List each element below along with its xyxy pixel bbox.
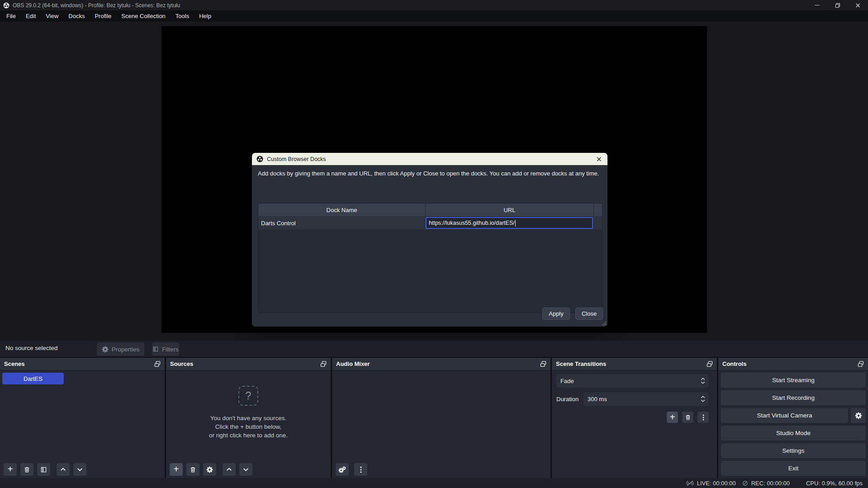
chevron-up-icon	[60, 468, 66, 471]
chevron-up-icon	[226, 468, 232, 471]
docks-table: Dock Name URL Darts Control https://luka…	[258, 203, 602, 313]
move-source-up-button[interactable]	[223, 463, 236, 476]
advanced-audio-button[interactable]	[336, 463, 349, 476]
sources-panel-header[interactable]: Sources	[166, 358, 331, 370]
dialog-instructions: Add docks by giving them a name and URL,…	[258, 169, 602, 178]
remove-scene-button[interactable]	[20, 463, 33, 476]
chevron-down-icon	[701, 381, 705, 384]
column-header-url[interactable]: URL	[426, 204, 593, 216]
scene-item-dartes[interactable]: DartES	[2, 373, 64, 384]
audio-mixer-panel-header[interactable]: Audio Mixer	[332, 358, 550, 370]
dialog-titlebar[interactable]: Custom Browser Docks ×	[252, 153, 607, 165]
duration-spinner[interactable]	[699, 396, 707, 402]
scenes-panel-title: Scenes	[4, 360, 154, 367]
controls-body: Start Streaming Start Recording Start Vi…	[718, 370, 868, 478]
restore-button[interactable]	[827, 0, 848, 10]
mixer-menu-button[interactable]	[354, 463, 367, 476]
duration-label: Duration	[556, 396, 580, 403]
duration-input[interactable]: 300 ms	[583, 392, 709, 406]
settings-button[interactable]: Settings	[721, 443, 866, 458]
transition-select[interactable]: Fade	[556, 374, 709, 388]
menu-scene-collection[interactable]: Scene Collection	[116, 10, 171, 22]
column-header-dock-name[interactable]: Dock Name	[258, 204, 425, 216]
popout-icon[interactable]	[707, 361, 713, 367]
controls-panel-title: Controls	[722, 360, 858, 367]
trash-icon	[24, 466, 30, 473]
popout-icon[interactable]	[154, 361, 161, 367]
obs-logo-icon	[256, 156, 263, 162]
source-status-text: No source selected	[5, 345, 58, 351]
dialog-title: Custom Browser Docks	[267, 156, 595, 162]
audio-mixer-list[interactable]	[332, 370, 550, 461]
sources-list[interactable]: ? You don't have any sources. Click the …	[166, 370, 331, 461]
scenes-panel: Scenes DartES +	[0, 358, 165, 478]
menu-help[interactable]: Help	[194, 10, 216, 22]
audio-mixer-toolbar	[332, 461, 550, 478]
controls-panel-header[interactable]: Controls	[718, 358, 868, 370]
popout-icon[interactable]	[320, 361, 327, 367]
studio-mode-button[interactable]: Studio Mode	[721, 426, 866, 441]
virtual-camera-settings-button[interactable]	[851, 408, 866, 423]
plus-icon: +	[8, 464, 13, 474]
dock-url-value: https://lukasus55.github.io/dartES/	[429, 220, 515, 226]
move-scene-down-button[interactable]	[73, 463, 86, 476]
start-recording-button[interactable]: Start Recording	[721, 390, 866, 405]
resize-grip-icon[interactable]	[602, 321, 607, 326]
select-spinner[interactable]	[699, 378, 707, 384]
sources-panel-title: Sources	[170, 360, 320, 367]
menu-view[interactable]: View	[41, 10, 63, 22]
record-off-icon	[742, 480, 748, 486]
status-bar: LIVE: 00:00:00 REC: 00:00:00 CPU: 0.9%, …	[0, 478, 868, 488]
add-scene-button[interactable]: +	[4, 463, 17, 476]
scene-filters-button[interactable]	[37, 463, 50, 476]
menu-docks[interactable]: Docks	[63, 10, 90, 22]
transition-menu-button[interactable]	[697, 412, 709, 423]
exit-button[interactable]: Exit	[721, 461, 866, 476]
empty-text-line: You don't have any sources.	[210, 414, 287, 422]
scenes-panel-header[interactable]: Scenes	[0, 358, 165, 370]
audio-mixer-panel-title: Audio Mixer	[336, 360, 540, 367]
move-source-down-button[interactable]	[239, 463, 252, 476]
trash-icon	[190, 466, 196, 473]
docks-area: Scenes DartES +	[0, 358, 868, 478]
filters-button[interactable]: Filters	[152, 342, 179, 356]
start-streaming-button[interactable]: Start Streaming	[721, 373, 866, 388]
dock-name-cell[interactable]: Darts Control	[258, 220, 426, 227]
dock-url-input[interactable]: https://lukasus55.github.io/dartES/	[426, 217, 593, 229]
obs-logo-icon	[3, 2, 9, 9]
transition-value: Fade	[560, 378, 699, 384]
add-transition-button[interactable]: +	[667, 412, 678, 423]
broadcast-off-icon	[686, 480, 694, 486]
vertical-dots-icon	[360, 466, 362, 473]
popout-icon[interactable]	[858, 361, 864, 367]
menu-profile[interactable]: Profile	[90, 10, 116, 22]
scene-transitions-body: Fade Duration 300 ms	[552, 370, 717, 478]
dialog-close-button[interactable]: Close	[575, 308, 603, 320]
scene-transitions-panel-header[interactable]: Scene Transitions	[552, 358, 717, 370]
menu-file[interactable]: File	[1, 10, 21, 22]
trash-icon	[685, 414, 691, 421]
empty-text-line: or right click here to add one.	[209, 431, 288, 440]
chevron-up-icon	[701, 378, 705, 380]
source-properties-button[interactable]	[203, 463, 216, 476]
apply-button[interactable]: Apply	[542, 308, 570, 320]
properties-label: Properties	[112, 346, 140, 353]
menu-tools[interactable]: Tools	[171, 10, 194, 22]
empty-text-line: Click the + button below,	[215, 422, 282, 431]
duration-value: 300 ms	[588, 396, 699, 403]
scene-transitions-panel-title: Scene Transitions	[556, 360, 707, 367]
properties-button[interactable]: Properties	[97, 342, 144, 356]
dialog-close-icon[interactable]: ×	[595, 156, 603, 163]
remove-transition-button[interactable]	[682, 412, 693, 423]
move-scene-up-button[interactable]	[57, 463, 70, 476]
menu-bar: File Edit View Docks Profile Scene Colle…	[0, 10, 868, 22]
popout-icon[interactable]	[540, 361, 546, 367]
remove-source-button[interactable]	[186, 463, 199, 476]
close-button[interactable]: ×	[848, 0, 868, 10]
window-title: OBS 29.0.2 (64-bit, windows) - Profile: …	[13, 2, 807, 9]
menu-edit[interactable]: Edit	[21, 10, 41, 22]
restore-icon	[835, 3, 840, 8]
add-source-button[interactable]: +	[170, 463, 183, 476]
minimize-button[interactable]	[807, 0, 827, 10]
start-virtual-camera-button[interactable]: Start Virtual Camera	[721, 408, 848, 423]
